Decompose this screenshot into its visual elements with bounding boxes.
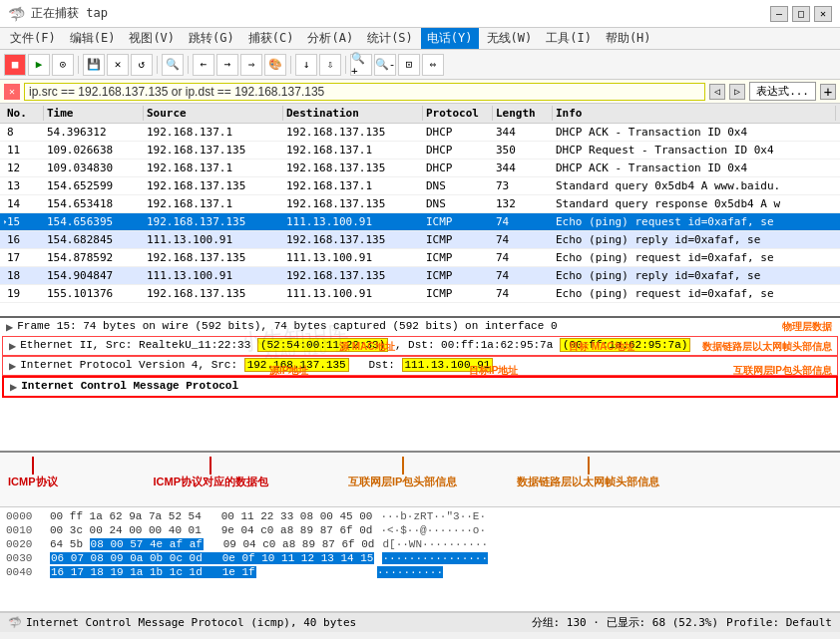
menu-file[interactable]: 文件(F) [4,28,62,49]
hex-ascii: ················ [382,552,488,564]
cell-src: 192.168.137.1 [144,125,283,140]
filter-next-button[interactable]: ▷ [729,84,745,100]
cell-info: DHCP ACK - Transaction ID 0x4 [553,125,836,140]
packet-row[interactable]: 18 154.904847 111.13.100.91 192.168.137.… [0,267,840,285]
menu-help[interactable]: 帮助(H) [600,28,657,49]
detail-row-ip[interactable]: ▶ Internet Protocol Version 4, Src: 192.… [2,356,838,376]
ann-netlayer-group: 互联网层IP包头部信息 [348,457,457,489]
hex-bytes: 00 3c 00 24 00 00 40 01 9e 04 c0 a8 89 8… [50,524,372,536]
profile-info: Profile: Default [726,616,832,629]
back-button[interactable]: ← [193,54,214,76]
cell-dst: 111.13.100.91 [283,250,423,265]
zoom-in-button[interactable]: 🔍+ [350,54,372,76]
toolbar-separator-1 [78,56,79,74]
cell-time: 155.101376 [44,286,144,301]
menu-wireless[interactable]: 无线(W) [481,28,539,49]
stop-capture-button[interactable]: ■ [4,54,26,76]
col-time: Time [44,106,144,121]
statusbar-text: Internet Control Message Protocol (icmp)… [26,616,356,629]
packet-row[interactable]: 11 109.026638 192.168.137.135 192.168.13… [0,142,840,160]
packet-row[interactable]: 16 154.682845 111.13.100.91 192.168.137.… [0,231,840,249]
detail-row-frame[interactable]: ▶ Frame 15: 74 bytes on wire (592 bits),… [0,318,840,336]
cell-dst: 192.168.137.135 [283,125,423,140]
filter-expr-button[interactable]: 表达式... [749,82,816,101]
menu-edit[interactable]: 编辑(E) [64,28,122,49]
save-button[interactable]: 💾 [83,54,105,76]
detail-row-icmp[interactable]: ▶ Internet Control Message Protocol [2,376,838,398]
hex-row: 0030 06 07 08 09 0a 0b 0c 0d 0e 0f 10 11… [6,551,834,565]
menu-stats[interactable]: 统计(S) [361,28,419,49]
autoscroll-button[interactable]: ↓ [295,54,317,76]
expand-eth-arrow[interactable]: ▶ [9,339,16,353]
cell-no: 16 [4,232,44,247]
cell-proto: DHCP [423,160,493,175]
resize-columns-button[interactable]: ⇔ [422,54,444,76]
cell-info: Standard query 0x5db4 A www.baidu. [553,178,836,193]
statusbar-icon: 🦈 [8,616,22,629]
hex-offset: 0020 [6,538,42,550]
cell-info: Echo (ping) request id=0xafaf, se [553,250,836,265]
ann-icmp-packet-group: ICMP协议对应的数据包 [154,457,269,489]
colorize-button[interactable]: 🎨 [264,54,286,76]
filter-clear-button[interactable]: ✕ [4,84,20,100]
cell-time: 154.652599 [44,178,144,193]
forward-button[interactable]: → [216,54,238,76]
toolbar-separator-3 [188,56,189,74]
packet-row[interactable]: 17 154.878592 192.168.137.135 111.13.100… [0,249,840,267]
cell-proto: ICMP [423,214,493,229]
zoom-out-button[interactable]: 🔍- [374,54,396,76]
cell-src: 192.168.137.1 [144,160,283,175]
scroll-end-button[interactable]: ⇩ [319,54,341,76]
menu-tools[interactable]: 工具(I) [540,28,598,49]
maximize-button[interactable]: □ [792,6,810,22]
menu-view[interactable]: 视图(V) [123,28,181,49]
annotation-row: ICMP协议 ICMP协议对应的数据包 互联网层IP包头部信息 数据链路层以太网… [0,453,840,493]
detail-row-ethernet[interactable]: ▶ Ethernet II, Src: RealtekU_11:22:33 (5… [2,336,838,356]
window-title: 正在捕获 tap [31,5,108,22]
expand-frame-arrow[interactable]: ▶ [6,320,13,334]
open-button[interactable]: ⊙ [52,54,74,76]
packet-row[interactable]: 8 54.396312 192.168.137.1 192.168.137.13… [0,124,840,142]
cell-len: 73 [493,178,553,193]
toolbar-separator-5 [345,56,346,74]
dst-mac-highlight: (00:ff:1a:62:95:7a) [560,338,690,352]
cell-dst: 192.168.137.135 [283,232,423,247]
packet-row[interactable]: 12 109.034830 192.168.137.1 192.168.137.… [0,160,840,177]
window-controls[interactable]: — □ ✕ [770,6,832,22]
go-button[interactable]: ⇒ [240,54,262,76]
packet-row-selected[interactable]: →15 154.656395 192.168.137.135 111.13.10… [0,213,840,231]
cell-time: 154.682845 [44,232,144,247]
expand-ip-arrow[interactable]: ▶ [9,359,16,373]
menu-telephone[interactable]: 电话(Y) [421,28,479,49]
zoom-normal-button[interactable]: ⊡ [398,54,420,76]
menu-jump[interactable]: 跳转(G) [183,28,240,49]
close-file-button[interactable]: ✕ [107,54,129,76]
menu-analyze[interactable]: 分析(A) [301,28,359,49]
filter-add-button[interactable]: + [820,84,836,100]
filter-prev-button[interactable]: ◁ [709,84,725,100]
hex-bytes: 06 07 08 09 0a 0b 0c 0d 0e 0f 10 11 12 1… [50,552,374,564]
cell-src: 192.168.137.135 [144,143,283,158]
cell-no: 12 [4,160,44,175]
find-button[interactable]: 🔍 [162,54,184,76]
packet-row[interactable]: 13 154.652599 192.168.137.135 192.168.13… [0,177,840,195]
cell-no: 8 [4,125,44,140]
cell-proto: ICMP [423,232,493,247]
packet-row[interactable]: 14 154.653418 192.168.137.1 192.168.137.… [0,195,840,213]
cell-info: Echo (ping) request id=0xafaf, se [553,286,836,301]
hex-ascii: ·<·$··@·······o· [380,524,486,536]
hl-bytes: 08 00 57 4e af af [90,538,204,550]
menu-capture[interactable]: 捕获(C) [242,28,300,49]
expand-icmp-arrow[interactable]: ▶ [10,380,17,394]
ann-datalinklayer-line [588,457,590,475]
filter-input[interactable] [24,83,705,101]
packet-row[interactable]: 19 155.101376 192.168.137.135 111.13.100… [0,285,840,303]
cell-time: 154.653418 [44,196,144,211]
reload-button[interactable]: ↺ [131,54,153,76]
restart-capture-button[interactable]: ▶ [28,54,50,76]
col-destination: Destination [283,106,423,121]
cell-time: 54.396312 [44,125,144,140]
statusbar-right: 分组: 130 · 已显示: 68 (52.3%) Profile: Defau… [532,615,832,630]
minimize-button[interactable]: — [770,6,788,22]
close-button[interactable]: ✕ [814,6,832,22]
